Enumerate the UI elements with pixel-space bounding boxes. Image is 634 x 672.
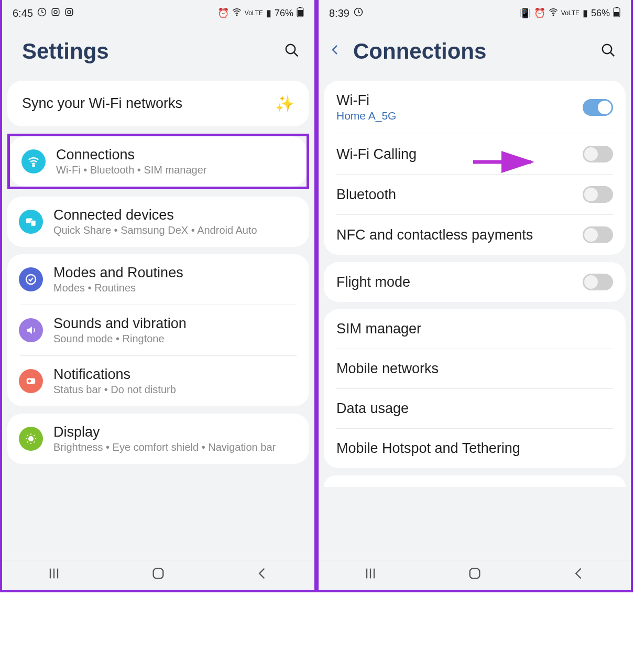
item-subtitle: Modes • Routines bbox=[53, 282, 298, 294]
item-title: SIM manager bbox=[336, 321, 607, 337]
settings-item[interactable]: Connections Wi-Fi • Bluetooth • SIM mana… bbox=[10, 136, 307, 187]
svg-rect-34 bbox=[616, 7, 618, 8]
connections-item[interactable]: SIM manager bbox=[336, 309, 613, 349]
battery-text: 76% bbox=[275, 8, 293, 19]
alarm-icon: ⏰ bbox=[217, 7, 229, 19]
recent-apps-button[interactable] bbox=[33, 566, 75, 584]
clock-text: 6:45 bbox=[13, 7, 33, 19]
connections-item[interactable]: Mobile Hotspot and Tethering bbox=[336, 428, 613, 468]
back-button[interactable] bbox=[558, 566, 600, 584]
battery-text: 56% bbox=[591, 8, 610, 19]
item-title: Wi-Fi Calling bbox=[336, 146, 576, 162]
page-title: Settings bbox=[22, 39, 109, 64]
svg-point-35 bbox=[603, 45, 612, 54]
display-icon bbox=[19, 427, 43, 451]
item-subtitle: Wi-Fi • Bluetooth • SIM manager bbox=[56, 164, 295, 176]
connections-item[interactable]: Data usage bbox=[336, 388, 613, 428]
connections-item[interactable]: NFC and contactless payments bbox=[336, 214, 613, 255]
phone-left: 6:45 ⏰ VoLTE ▮ 76% bbox=[0, 0, 316, 592]
connections-item[interactable]: Mobile networks bbox=[336, 349, 613, 388]
item-title: Sounds and vibration bbox=[53, 316, 297, 332]
toggle-switch[interactable] bbox=[583, 146, 613, 162]
svg-line-10 bbox=[294, 52, 298, 57]
signal-icon: ▮ bbox=[583, 7, 588, 19]
sync-wifi-card[interactable]: Sync your Wi-Fi networks ✨ bbox=[7, 81, 309, 126]
svg-line-24 bbox=[27, 442, 28, 443]
sparkle-icon: ✨ bbox=[275, 94, 294, 113]
settings-item[interactable]: Sounds and vibration Sound mode • Ringto… bbox=[20, 305, 297, 355]
modes-icon bbox=[19, 267, 43, 291]
home-button[interactable] bbox=[454, 566, 496, 584]
item-subtitle: Sound mode • Ringtone bbox=[53, 333, 297, 345]
connections-item[interactable]: Bluetooth bbox=[336, 174, 613, 214]
svg-rect-8 bbox=[299, 7, 301, 8]
settings-card: Modes and Routines Modes • Routines Soun… bbox=[7, 254, 309, 406]
alarm-icon: ⏰ bbox=[534, 7, 545, 19]
svg-rect-33 bbox=[614, 12, 619, 16]
svg-rect-29 bbox=[154, 569, 163, 579]
status-bar: 8:39 📳 ⏰ VoLTE ▮ 56% bbox=[319, 0, 631, 26]
item-title: Connected devices bbox=[53, 207, 298, 223]
toggle-switch[interactable] bbox=[583, 274, 613, 290]
devices-icon bbox=[19, 210, 43, 234]
connections-card: Flight mode bbox=[324, 262, 626, 302]
connections-item[interactable]: Wi-Fi Calling bbox=[336, 134, 613, 174]
item-subtitle: Status bar • Do not disturb bbox=[53, 384, 297, 396]
phone-right: 8:39 📳 ⏰ VoLTE ▮ 56% bbox=[316, 0, 633, 592]
wifi-icon bbox=[21, 149, 46, 174]
recent-apps-button[interactable] bbox=[349, 566, 391, 584]
search-icon[interactable] bbox=[600, 42, 616, 60]
search-icon[interactable] bbox=[284, 42, 300, 60]
svg-line-23 bbox=[34, 442, 35, 443]
toggle-switch[interactable] bbox=[583, 186, 613, 203]
connections-card: Wi-FiHome A_5G Wi-Fi Calling Bluetooth N… bbox=[324, 81, 626, 255]
settings-item[interactable]: Notifications Status bar • Do not distur… bbox=[20, 355, 297, 406]
svg-rect-13 bbox=[31, 220, 36, 226]
home-button[interactable] bbox=[137, 566, 179, 584]
connections-card: SIM manager Mobile networks Data usage M… bbox=[324, 309, 626, 468]
svg-rect-7 bbox=[298, 10, 303, 16]
back-chevron-icon[interactable] bbox=[329, 41, 345, 62]
item-title: Modes and Routines bbox=[53, 265, 298, 281]
svg-point-17 bbox=[28, 436, 34, 441]
item-title: Connections bbox=[56, 147, 295, 163]
settings-item[interactable]: Connected devices Quick Share • Samsung … bbox=[7, 197, 309, 247]
volte-icon: VoLTE bbox=[561, 9, 580, 17]
android-navbar bbox=[2, 560, 314, 590]
settings-header: Settings bbox=[2, 26, 314, 73]
clock-text: 8:39 bbox=[329, 7, 349, 19]
item-title: Notifications bbox=[53, 366, 297, 383]
sync-wifi-label: Sync your Wi-Fi networks bbox=[22, 95, 182, 112]
item-subtitle: Home A_5G bbox=[336, 110, 576, 122]
item-subtitle: Brightness • Eye comfort shield • Naviga… bbox=[53, 441, 298, 453]
highlight-annotation: Connections Wi-Fi • Bluetooth • SIM mana… bbox=[7, 134, 309, 189]
toggle-switch[interactable] bbox=[583, 226, 613, 243]
camera-icon bbox=[64, 7, 74, 19]
svg-line-22 bbox=[27, 435, 28, 436]
item-title: Display bbox=[53, 424, 298, 440]
item-title: Mobile Hotspot and Tethering bbox=[336, 440, 607, 457]
svg-point-9 bbox=[286, 45, 296, 54]
svg-point-2 bbox=[54, 10, 57, 14]
connections-item[interactable]: Wi-FiHome A_5G bbox=[336, 81, 613, 134]
svg-rect-1 bbox=[52, 8, 59, 16]
battery-icon bbox=[613, 7, 620, 20]
connections-item[interactable]: Flight mode bbox=[336, 262, 613, 302]
instagram-icon bbox=[51, 7, 60, 19]
wifi-icon bbox=[549, 7, 558, 19]
item-title: Mobile networks bbox=[336, 361, 607, 377]
settings-item[interactable]: Display Brightness • Eye comfort shield … bbox=[7, 414, 309, 464]
battery-icon bbox=[297, 7, 304, 20]
item-title: Wi-Fi bbox=[336, 92, 576, 109]
toggle-switch[interactable] bbox=[583, 99, 613, 116]
android-navbar bbox=[319, 560, 631, 590]
svg-point-11 bbox=[33, 165, 35, 167]
svg-rect-3 bbox=[65, 8, 73, 16]
settings-card: Connected devices Quick Share • Samsung … bbox=[7, 197, 309, 247]
settings-item[interactable]: Modes and Routines Modes • Routines bbox=[7, 254, 309, 305]
whatsapp-icon bbox=[37, 7, 47, 19]
wifi-icon bbox=[232, 7, 242, 19]
volte-icon: VoLTE bbox=[245, 9, 263, 17]
page-title: Connections bbox=[353, 39, 486, 64]
back-button[interactable] bbox=[242, 566, 283, 584]
